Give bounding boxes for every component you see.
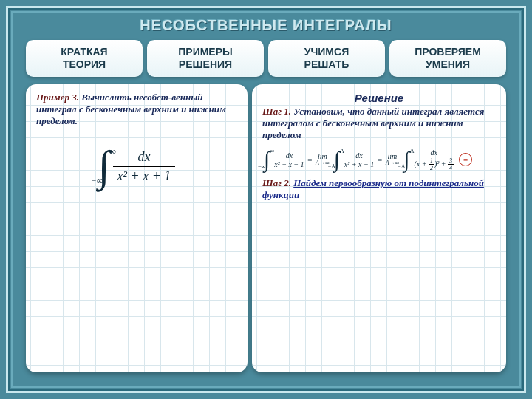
den-part: )² + bbox=[434, 159, 448, 167]
tab-check[interactable]: ПРОВЕРЯЕМ УМЕНИЯ bbox=[389, 40, 506, 77]
den: (x + 12)² + 34 bbox=[412, 157, 455, 171]
num: dx bbox=[343, 151, 375, 160]
continue-equals-icon[interactable]: = bbox=[459, 153, 472, 166]
step-label: Шаг 2. bbox=[262, 177, 291, 188]
half: 12 bbox=[429, 157, 434, 171]
upper: A bbox=[340, 150, 344, 154]
tab-examples[interactable]: ПРИМЕРЫ РЕШЕНИЯ bbox=[147, 40, 264, 77]
den: x² + x + 1 bbox=[273, 160, 305, 168]
step-label: Шаг 1. bbox=[262, 106, 291, 117]
equals: = bbox=[307, 155, 313, 164]
tab-label: РЕШЕНИЯ bbox=[179, 58, 232, 70]
equals: = bbox=[377, 155, 382, 164]
tab-label: УЧИМСЯ bbox=[304, 46, 349, 58]
fraction: dx (x + 12)² + 34 bbox=[412, 149, 455, 171]
step-text: Установим, что данный интеграл является … bbox=[262, 106, 485, 140]
tabs-row: КРАТКАЯ ТЕОРИЯ ПРИМЕРЫ РЕШЕНИЯ УЧИМСЯ РЕ… bbox=[26, 40, 506, 77]
n: 3 bbox=[448, 157, 454, 165]
d: 4 bbox=[448, 165, 454, 171]
upper-limit: ∞ bbox=[109, 149, 116, 154]
num: dx bbox=[273, 151, 305, 160]
step-link[interactable]: Найдем первообразную от подинтегральной … bbox=[262, 177, 484, 200]
tab-theory[interactable]: КРАТКАЯ ТЕОРИЯ bbox=[26, 40, 143, 77]
lower: −A bbox=[328, 166, 335, 169]
integral-sign: ∫ A −A bbox=[334, 153, 340, 166]
den-part: (x + bbox=[414, 159, 429, 167]
d: 2 bbox=[429, 165, 434, 171]
integral-sign: ∫ ∞ −∞ bbox=[264, 153, 270, 166]
lower-limit: −∞ bbox=[91, 178, 103, 183]
solution-panel: Решение Шаг 1. Установим, что данный инт… bbox=[252, 84, 506, 372]
tab-label: ПРИМЕРЫ bbox=[178, 46, 233, 58]
lower: −A bbox=[398, 166, 405, 169]
three-quarters: 34 bbox=[448, 157, 454, 171]
numerator: dx bbox=[113, 149, 176, 167]
equation-row: ∫ ∞ −∞ dx x² + x + 1 = lim A→∞ bbox=[262, 149, 496, 171]
example-label: Пример 3. bbox=[36, 92, 79, 103]
fraction: dx x² + x + 1 bbox=[343, 151, 375, 168]
limit: lim A→∞ bbox=[316, 153, 330, 166]
integral-expression: ∫ ∞ −∞ dx x² + x + 1 bbox=[36, 149, 237, 184]
problem-statement: Пример 3. Вычислить несобст-венный интег… bbox=[36, 92, 237, 127]
tab-label: КРАТКАЯ bbox=[61, 46, 107, 58]
denominator: x² + x + 1 bbox=[113, 167, 176, 184]
fraction: dx x² + x + 1 bbox=[113, 149, 176, 184]
tab-label: РЕШАТЬ bbox=[304, 58, 349, 70]
step-1: Шаг 1. Установим, что данный интеграл яв… bbox=[262, 106, 496, 141]
integral-sign: ∫ A −A bbox=[403, 153, 409, 166]
upper: ∞ bbox=[270, 150, 275, 154]
num: dx bbox=[412, 149, 455, 157]
problem-panel: Пример 3. Вычислить несобст-венный интег… bbox=[26, 84, 248, 372]
solution-content: Решение Шаг 1. Установим, что данный инт… bbox=[252, 84, 506, 208]
step-2: Шаг 2. Найдем первообразную от подинтегр… bbox=[262, 177, 496, 201]
den: x² + x + 1 bbox=[343, 160, 375, 168]
fraction: dx x² + x + 1 bbox=[273, 151, 305, 168]
tab-label: ПРОВЕРЯЕМ bbox=[415, 46, 481, 58]
solution-title: Решение bbox=[262, 92, 496, 104]
upper: A bbox=[410, 150, 415, 154]
page-title: НЕСОБСТВЕННЫЕ ИНТЕГРАЛЫ bbox=[13, 17, 519, 34]
tab-label: УМЕНИЯ bbox=[426, 58, 470, 70]
lower: −∞ bbox=[258, 166, 265, 169]
tab-label: ТЕОРИЯ bbox=[63, 58, 106, 70]
tab-learn[interactable]: УЧИМСЯ РЕШАТЬ bbox=[268, 40, 385, 77]
n: 1 bbox=[429, 157, 434, 165]
inner-frame: НЕСОБСТВЕННЫЕ ИНТЕГРАЛЫ КРАТКАЯ ТЕОРИЯ П… bbox=[11, 11, 521, 388]
problem-content: Пример 3. Вычислить несобст-венный интег… bbox=[26, 84, 248, 191]
outer-frame: НЕСОБСТВЕННЫЕ ИНТЕГРАЛЫ КРАТКАЯ ТЕОРИЯ П… bbox=[6, 6, 526, 393]
integral-sign: ∫ ∞ −∞ bbox=[98, 154, 110, 180]
content-row: Пример 3. Вычислить несобст-венный интег… bbox=[26, 84, 506, 372]
